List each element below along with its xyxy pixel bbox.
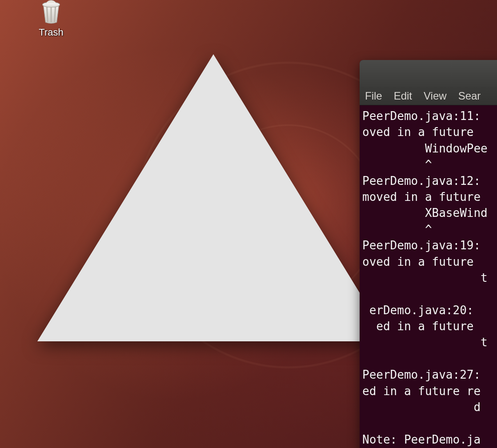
terminal-menubar: File Edit View Sear: [360, 87, 497, 105]
menu-view[interactable]: View: [424, 90, 447, 102]
triangle-shaped-window[interactable]: [36, 52, 391, 346]
terminal-titlebar[interactable]: [360, 60, 497, 87]
desktop-trash-label: Trash: [39, 27, 63, 38]
triangle-shape: [37, 54, 389, 341]
terminal-output[interactable]: PeerDemo.java:11: oved in a future Windo…: [360, 105, 497, 448]
terminal-window[interactable]: File Edit View Sear PeerDemo.java:11: ov…: [360, 60, 497, 448]
menu-search[interactable]: Sear: [458, 90, 481, 102]
desktop-trash[interactable]: Trash: [31, 0, 71, 38]
menu-edit[interactable]: Edit: [394, 90, 412, 102]
trash-icon: [37, 0, 65, 25]
menu-file[interactable]: File: [365, 90, 382, 102]
